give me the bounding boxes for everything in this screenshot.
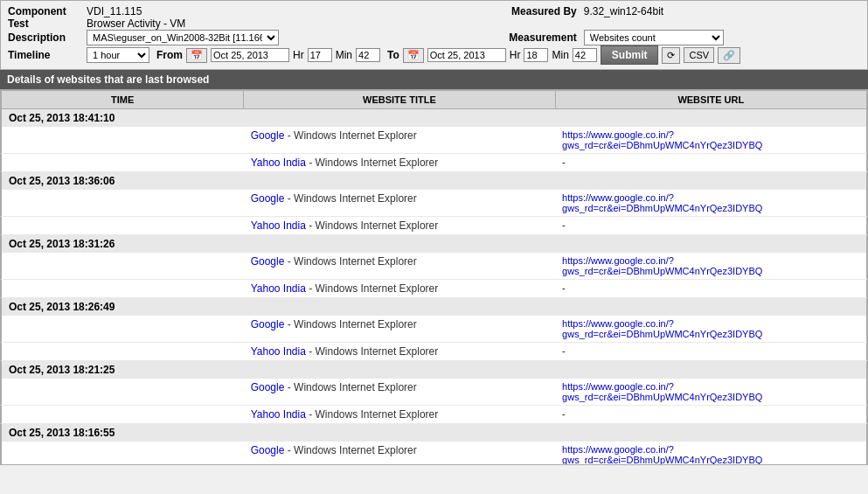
time-cell xyxy=(2,442,244,465)
description-select[interactable]: MAS\eguser_on_Win2008-32Bit [11.166];Int… xyxy=(87,30,279,45)
to-calendar-button[interactable]: 📅 xyxy=(403,48,424,63)
time-cell xyxy=(2,127,244,154)
section-header: Details of websites that are last browse… xyxy=(0,70,868,89)
time-cell xyxy=(2,253,244,280)
website-url-cell: https://www.google.co.in/?gws_rd=cr&ei=D… xyxy=(555,379,866,406)
min-label-from: Min xyxy=(336,49,352,61)
website-name-link[interactable]: Yahoo India xyxy=(251,282,306,295)
website-url-cell: - xyxy=(555,217,866,235)
time-cell xyxy=(2,379,244,406)
website-url-cell: - xyxy=(555,280,866,298)
website-url-cell: https://www.google.co.in/?gws_rd=cr&ei=D… xyxy=(555,127,866,154)
csv-button[interactable]: CSV xyxy=(684,47,714,63)
date-cell: Oct 25, 2013 18:31:26 xyxy=(2,235,867,254)
time-cell xyxy=(2,190,244,217)
date-cell: Oct 25, 2013 18:36:06 xyxy=(2,172,867,191)
time-cell xyxy=(2,316,244,343)
measurement-select[interactable]: Websites count xyxy=(584,30,724,45)
table-row: Yahoo India - Windows Internet Explorer- xyxy=(2,406,867,424)
from-hr-input[interactable] xyxy=(308,48,332,62)
date-group-row: Oct 25, 2013 18:26:49 xyxy=(2,298,867,317)
website-url-cell: https://www.google.co.in/?gws_rd=cr&ei=D… xyxy=(555,190,866,217)
to-min-input[interactable] xyxy=(573,48,597,62)
refresh-icon-button[interactable]: ⟳ xyxy=(662,47,680,64)
website-name-link[interactable]: Yahoo India xyxy=(251,345,306,358)
component-value: VDI_11.115 xyxy=(87,5,261,17)
website-url-cell: - xyxy=(555,154,866,172)
date-cell: Oct 25, 2013 18:41:10 xyxy=(2,109,867,128)
website-title-cell: Yahoo India - Windows Internet Explorer xyxy=(244,406,555,424)
website-url-cell: https://www.google.co.in/?gws_rd=cr&ei=D… xyxy=(555,442,866,465)
table-row: Google - Windows Internet Explorerhttps:… xyxy=(2,253,867,280)
from-label: From xyxy=(156,49,183,61)
from-min-input[interactable] xyxy=(356,48,380,62)
website-title-cell: Yahoo India - Windows Internet Explorer xyxy=(244,280,555,298)
date-cell: Oct 25, 2013 18:21:25 xyxy=(2,361,867,379)
timeline-label: Timeline xyxy=(8,45,87,65)
export-button[interactable]: 🔗 xyxy=(718,47,740,64)
website-url-cell: https://www.google.co.in/?gws_rd=cr&ei=D… xyxy=(555,316,866,343)
website-name-link[interactable]: Google xyxy=(251,129,285,142)
website-title-cell: Google - Windows Internet Explorer xyxy=(244,442,555,465)
submit-button[interactable]: Submit xyxy=(601,45,659,65)
timeline-select[interactable]: 1 hour xyxy=(87,47,149,63)
table-row: Yahoo India - Windows Internet Explorer- xyxy=(2,343,867,361)
time-cell xyxy=(2,154,244,172)
website-name-link[interactable]: Google xyxy=(251,444,285,456)
website-url-cell: - xyxy=(555,343,866,361)
time-cell xyxy=(2,217,244,235)
col-title: WEBSITE TITLE xyxy=(244,91,555,109)
min-label-to: Min xyxy=(552,49,568,61)
table-row: Yahoo India - Windows Internet Explorer- xyxy=(2,280,867,298)
website-title-cell: Yahoo India - Windows Internet Explorer xyxy=(244,154,555,172)
test-label: Test xyxy=(8,17,87,30)
date-cell: Oct 25, 2013 18:16:55 xyxy=(2,424,867,442)
date-group-row: Oct 25, 2013 18:16:55 xyxy=(2,424,867,442)
measurement-label: Measurement xyxy=(436,30,584,45)
description-label: Description xyxy=(8,30,87,45)
date-group-row: Oct 25, 2013 18:36:06 xyxy=(2,172,867,191)
from-date-input[interactable] xyxy=(211,48,289,62)
website-title-cell: Google - Windows Internet Explorer xyxy=(244,379,555,406)
component-label: Component xyxy=(8,5,87,17)
table-row: Google - Windows Internet Explorerhttps:… xyxy=(2,190,867,217)
website-title-cell: Google - Windows Internet Explorer xyxy=(244,253,555,280)
table-row: Google - Windows Internet Explorerhttps:… xyxy=(2,442,867,465)
time-cell xyxy=(2,343,244,361)
to-date-input[interactable] xyxy=(427,48,506,62)
time-cell xyxy=(2,280,244,298)
hr-label-from: Hr xyxy=(293,49,304,61)
date-group-row: Oct 25, 2013 18:41:10 xyxy=(2,109,867,128)
table-row: Google - Windows Internet Explorerhttps:… xyxy=(2,379,867,406)
website-name-link[interactable]: Google xyxy=(251,381,285,393)
table-row: Google - Windows Internet Explorerhttps:… xyxy=(2,127,867,154)
website-url-cell: https://www.google.co.in/?gws_rd=cr&ei=D… xyxy=(555,253,866,280)
hr-label-to: Hr xyxy=(510,49,521,61)
website-name-link[interactable]: Google xyxy=(251,255,285,268)
date-group-row: Oct 25, 2013 18:21:25 xyxy=(2,361,867,379)
website-name-link[interactable]: Yahoo India xyxy=(251,408,306,421)
website-title-cell: Google - Windows Internet Explorer xyxy=(244,316,555,343)
from-calendar-button[interactable]: 📅 xyxy=(186,48,207,63)
website-name-link[interactable]: Yahoo India xyxy=(251,157,306,169)
website-title-cell: Google - Windows Internet Explorer xyxy=(244,190,555,217)
measured-by-label: Measured By xyxy=(436,5,584,17)
date-cell: Oct 25, 2013 18:26:49 xyxy=(2,298,867,317)
website-name-link[interactable]: Google xyxy=(251,318,285,330)
website-title-cell: Google - Windows Internet Explorer xyxy=(244,127,555,154)
table-row: Yahoo India - Windows Internet Explorer- xyxy=(2,217,867,235)
measured-by-value: 9.32_win12-64bit xyxy=(584,5,860,17)
to-hr-input[interactable] xyxy=(524,48,548,62)
website-url-cell: - xyxy=(555,406,866,424)
date-group-row: Oct 25, 2013 18:31:26 xyxy=(2,235,867,254)
website-title-cell: Yahoo India - Windows Internet Explorer xyxy=(244,343,555,361)
time-cell xyxy=(2,406,244,424)
test-value: Browser Activity - VM xyxy=(87,17,261,30)
col-time: TIME xyxy=(2,91,244,109)
website-name-link[interactable]: Google xyxy=(251,192,285,205)
website-title-cell: Yahoo India - Windows Internet Explorer xyxy=(244,217,555,235)
table-row: Yahoo India - Windows Internet Explorer- xyxy=(2,154,867,172)
website-name-link[interactable]: Yahoo India xyxy=(251,219,306,232)
table-row: Google - Windows Internet Explorerhttps:… xyxy=(2,316,867,343)
to-label: To xyxy=(387,49,399,61)
